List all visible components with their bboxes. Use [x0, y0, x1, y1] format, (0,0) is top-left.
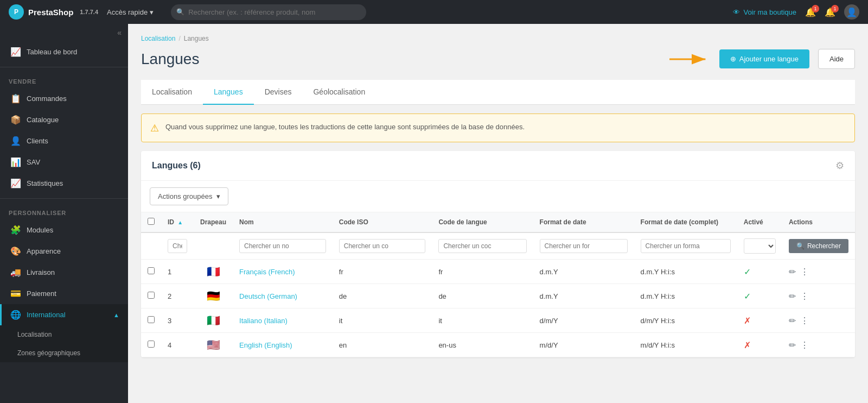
more-actions-icon[interactable]: ⋮	[800, 292, 809, 301]
sidebar-item-livraison[interactable]: 🚚 Livraison	[0, 262, 128, 283]
languages-table: ID ▲ Drapeau Nom Code ISO	[141, 212, 855, 357]
sidebar-item-paiement[interactable]: 💳 Paiement	[0, 283, 128, 304]
tab-devises[interactable]: Devises	[254, 80, 303, 105]
header-format-date-complet[interactable]: Format de date (complet)	[634, 212, 737, 232]
row-format-date-complet: m/d/Y H:i:s	[634, 333, 737, 357]
sidebar-item-modules[interactable]: 🧩 Modules	[0, 219, 128, 241]
sidebar-sub-item-localisation[interactable]: Localisation	[0, 325, 128, 344]
user-avatar[interactable]: 👤	[844, 4, 859, 20]
flag-icon: 🇮🇹	[207, 314, 220, 326]
search-active-select[interactable]: Oui Non	[744, 238, 776, 254]
acces-rapide-button[interactable]: Accès rapide ▾	[107, 8, 154, 16]
sidebar-item-statistiques[interactable]: 📈 Statistiques	[0, 173, 128, 194]
row-nom-link[interactable]: Français (French)	[239, 268, 295, 276]
search-nom-input[interactable]	[239, 239, 326, 253]
header-code-iso[interactable]: Code ISO	[333, 212, 432, 232]
international-icon: 🌐	[10, 310, 21, 320]
search-id-input[interactable]	[168, 239, 187, 253]
voir-boutique-link[interactable]: 👁 Voir ma boutique	[733, 8, 796, 16]
row-nom-link[interactable]: Italiano (Italian)	[239, 317, 288, 325]
sidebar-item-label: Clients	[27, 137, 48, 145]
sub-item-label: Localisation	[17, 331, 52, 338]
active-check-icon: ✓	[744, 267, 751, 276]
search-iso-input[interactable]	[339, 239, 426, 253]
sidebar-item-catalogue[interactable]: 📦 Catalogue	[0, 109, 128, 130]
search-format-complet-input[interactable]	[641, 239, 731, 253]
sidebar-item-commandes[interactable]: 📋 Commandes	[0, 88, 128, 109]
sidebar-collapse-button[interactable]: «	[0, 24, 128, 41]
sidebar-item-apparence[interactable]: 🎨 Apparence	[0, 241, 128, 262]
settings-icon[interactable]: ⚙	[835, 160, 844, 172]
more-actions-icon[interactable]: ⋮	[800, 316, 809, 325]
row-code-langue: it	[432, 308, 533, 333]
aide-button[interactable]: Aide	[818, 49, 855, 69]
header-active[interactable]: Activé	[737, 212, 782, 232]
divider-1	[0, 67, 128, 67]
arrow-svg	[667, 51, 711, 67]
tab-localisation[interactable]: Localisation	[141, 80, 203, 105]
flag-icon: 🇺🇸	[207, 339, 220, 351]
row-checkbox[interactable]	[148, 292, 155, 299]
col-label: Nom	[239, 218, 254, 226]
select-all-checkbox[interactable]	[148, 218, 155, 225]
edit-icon[interactable]: ✏	[789, 292, 796, 301]
search-langue-input[interactable]	[438, 239, 526, 253]
search-format-date-input[interactable]	[540, 239, 628, 253]
search-button[interactable]: 🔍 Rechercher	[789, 239, 848, 253]
search-checkbox-cell	[141, 232, 161, 260]
active-cross-icon: ✗	[744, 341, 751, 350]
bulk-actions-label: Actions groupées	[158, 192, 212, 200]
sidebar-item-clients[interactable]: 👤 Clients	[0, 130, 128, 152]
row-format-date-complet: d/m/Y H:i:s	[634, 308, 737, 333]
edit-icon[interactable]: ✏	[789, 267, 796, 276]
more-actions-icon[interactable]: ⋮	[800, 267, 809, 276]
notification-bell-2[interactable]: 🔔 1	[825, 7, 835, 17]
col-label: Drapeau	[200, 218, 226, 226]
table-row: 2 🇩🇪 Deutsch (German) de de d.m.Y d.m.Y …	[141, 284, 855, 308]
voir-boutique-label: Voir ma boutique	[743, 8, 796, 16]
row-checkbox[interactable]	[148, 316, 155, 323]
sidebar-item-tableau-de-bord[interactable]: 📈 Tableau de bord	[0, 41, 128, 62]
search-input[interactable]	[171, 4, 366, 20]
chevron-down-icon: ▾	[216, 192, 220, 200]
sidebar-item-international[interactable]: 🌐 International ▲	[0, 304, 128, 325]
header-format-date[interactable]: Format de date	[533, 212, 634, 232]
more-actions-icon[interactable]: ⋮	[800, 341, 809, 350]
row-nom-link[interactable]: Deutsch (German)	[239, 292, 297, 300]
languages-card: Langues (6) ⚙ Actions groupées ▾	[141, 151, 855, 357]
row-format-date: d.m.Y	[533, 284, 634, 308]
catalogue-icon: 📦	[10, 115, 21, 125]
row-nom-link[interactable]: English (English)	[239, 341, 292, 349]
search-langue-cell	[432, 232, 533, 260]
topnav: P PrestaShop 1.7.7.4 Accès rapide ▾ 👁 Vo…	[0, 0, 868, 24]
eye-icon: 👁	[733, 8, 740, 16]
tab-langues[interactable]: Langues	[203, 80, 254, 105]
row-format-date: d.m.Y	[533, 260, 634, 284]
header-code-langue[interactable]: Code de langue	[432, 212, 533, 232]
edit-icon[interactable]: ✏	[789, 341, 796, 350]
search-format-complet-cell	[634, 232, 737, 260]
row-actions: ✏ ⋮	[782, 308, 855, 333]
row-checkbox[interactable]	[148, 267, 155, 274]
app-name: PrestaShop	[28, 8, 73, 17]
notification-bell-1[interactable]: 🔔 1	[805, 7, 816, 17]
row-active: ✗	[737, 308, 782, 333]
orders-icon: 📋	[10, 93, 21, 104]
row-checkbox[interactable]	[148, 341, 155, 348]
edit-icon[interactable]: ✏	[789, 316, 796, 325]
tab-geolocalisation[interactable]: Géolocalisation	[302, 80, 376, 105]
header-drapeau: Drapeau	[194, 212, 233, 232]
row-id: 2	[161, 284, 194, 308]
row-flag: 🇩🇪	[194, 284, 233, 308]
bulk-actions-dropdown[interactable]: Actions groupées ▾	[150, 187, 228, 205]
header-id[interactable]: ID ▲	[161, 212, 194, 232]
card-title: Langues (6)	[152, 161, 201, 171]
row-checkbox-cell	[141, 284, 161, 308]
add-language-button[interactable]: ⊕ Ajouter une langue	[719, 49, 809, 68]
page-title: Langues	[141, 51, 199, 68]
clients-icon: 👤	[10, 136, 21, 146]
breadcrumb-localisation[interactable]: Localisation	[141, 35, 175, 42]
header-nom[interactable]: Nom	[233, 212, 333, 232]
sidebar-item-sav[interactable]: 📊 SAV	[0, 152, 128, 173]
sidebar-sub-item-zones-geographiques[interactable]: Zones géographiques	[0, 344, 128, 362]
